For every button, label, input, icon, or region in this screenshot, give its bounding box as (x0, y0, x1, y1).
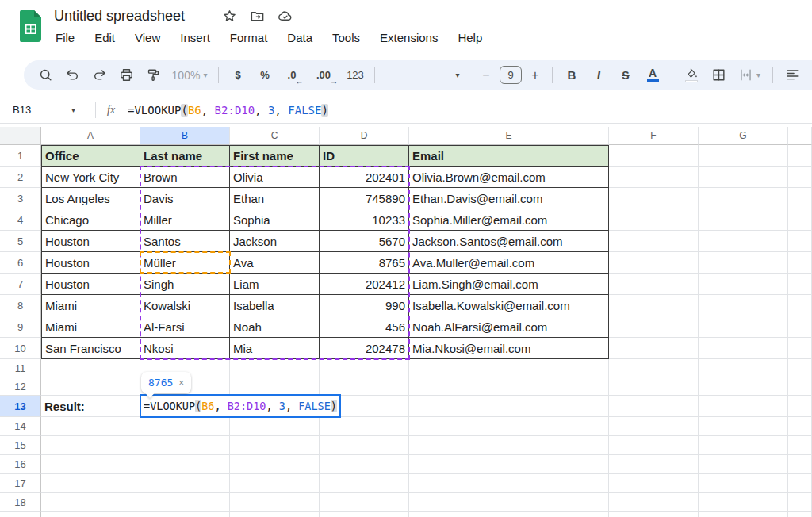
cell-A14[interactable] (41, 417, 140, 436)
cell-B14[interactable] (140, 417, 230, 436)
bold-button[interactable]: B (558, 64, 585, 86)
cell-F14[interactable] (609, 417, 699, 436)
cell-B2[interactable]: Brown (140, 167, 230, 188)
cell-D11[interactable] (320, 359, 409, 377)
row-header-8[interactable]: 8 (0, 295, 41, 316)
cell-C2[interactable]: Olivia (230, 167, 320, 188)
row-header-9[interactable]: 9 (0, 316, 41, 338)
cell-H6[interactable] (788, 252, 812, 274)
cell-D17[interactable] (320, 474, 409, 493)
cell-F9[interactable] (609, 316, 699, 338)
cell-G5[interactable] (699, 231, 788, 252)
cell-D10[interactable]: 202478 (320, 338, 409, 359)
cell-D3[interactable]: 745890 (320, 188, 409, 209)
cell-H17[interactable] (788, 474, 812, 493)
row-header-12[interactable]: 12 (0, 377, 41, 396)
cell-G2[interactable] (699, 167, 788, 188)
cell-E2[interactable]: Olivia.Brown@email.com (409, 167, 609, 188)
column-header-F[interactable]: F (609, 127, 699, 145)
cell-F17[interactable] (609, 474, 699, 493)
cell-H11[interactable] (788, 359, 812, 377)
cell-C10[interactable]: Mia (230, 338, 320, 359)
cell-G10[interactable] (699, 338, 788, 359)
row-header-14[interactable]: 14 (0, 417, 41, 436)
cell-D16[interactable] (320, 455, 409, 474)
cell-A2[interactable]: New York City (41, 167, 140, 188)
cell-B5[interactable]: Santos (140, 231, 230, 252)
cell-G1[interactable] (699, 145, 788, 167)
cell-E16[interactable] (409, 455, 609, 474)
cell-D15[interactable] (320, 436, 409, 455)
cell-C6[interactable]: Ava (230, 252, 320, 274)
cell-C11[interactable] (230, 359, 320, 377)
cell-E4[interactable]: Sophia.Miller@email.com (409, 209, 609, 231)
cell-C1[interactable]: First name (230, 145, 320, 167)
cell-B7[interactable]: Singh (140, 274, 230, 295)
cell-A5[interactable]: Houston (41, 231, 140, 252)
font-size-input[interactable]: 9 (497, 64, 524, 86)
cell-C15[interactable] (230, 436, 320, 455)
fill-color-button[interactable] (678, 64, 705, 86)
cell-D18[interactable] (320, 493, 409, 512)
row-header-16[interactable]: 16 (0, 455, 41, 474)
increase-font-size-button[interactable]: + (524, 64, 546, 86)
cell-G15[interactable] (699, 436, 788, 455)
undo-icon[interactable] (59, 64, 86, 86)
cell-E15[interactable] (409, 436, 609, 455)
cell-D4[interactable]: 10233 (320, 209, 409, 231)
cell-G12[interactable] (699, 377, 788, 396)
cell-E8[interactable]: Isabella.Kowalski@email.com (409, 295, 609, 316)
row-header-4[interactable]: 4 (0, 209, 41, 231)
cell-B3[interactable]: Davis (140, 188, 230, 209)
redo-icon[interactable] (86, 64, 113, 86)
cell-F13[interactable] (609, 396, 699, 417)
document-title[interactable]: Untitled spreadsheet (54, 8, 185, 25)
chip-close-icon[interactable]: × (178, 377, 184, 389)
cell-F18[interactable] (609, 493, 699, 512)
cell-F1[interactable] (609, 145, 699, 167)
cell-C14[interactable] (230, 417, 320, 436)
menu-data[interactable]: Data (285, 30, 314, 45)
cell-C18[interactable] (230, 493, 320, 512)
cell-A7[interactable]: Houston (41, 274, 140, 295)
menu-edit[interactable]: Edit (93, 30, 117, 45)
cell-G11[interactable] (699, 359, 788, 377)
cell-E5[interactable]: Jackson.Santos@email.com (409, 231, 609, 252)
cell-A15[interactable] (41, 436, 140, 455)
cell-E10[interactable]: Mia.Nkosi@email.com (409, 338, 609, 359)
row-header-18[interactable]: 18 (0, 493, 41, 512)
cell-C17[interactable] (230, 474, 320, 493)
cell-G6[interactable] (699, 252, 788, 274)
cell-A3[interactable]: Los Angeles (41, 188, 140, 209)
cell-G13[interactable] (699, 396, 788, 417)
cell-D5[interactable]: 5670 (320, 231, 409, 252)
cell-E3[interactable]: Ethan.Davis@email.com (409, 188, 609, 209)
menu-insert[interactable]: Insert (178, 30, 212, 45)
cell-E6[interactable]: Ava.Muller@email.com (409, 252, 609, 274)
cell-D12[interactable] (320, 377, 409, 396)
menu-tools[interactable]: Tools (331, 30, 362, 45)
cell-D6[interactable]: 8765 (320, 252, 409, 274)
cell-B17[interactable] (140, 474, 230, 493)
more-formats-button[interactable]: 123 (342, 64, 369, 86)
cell-H5[interactable] (788, 231, 812, 252)
cell-E13[interactable] (409, 396, 609, 417)
cell-C3[interactable]: Ethan (230, 188, 320, 209)
column-header-E[interactable]: E (409, 127, 609, 145)
cell-A18[interactable] (41, 493, 140, 512)
name-box[interactable]: B13 (0, 104, 68, 116)
cell-F16[interactable] (609, 455, 699, 474)
cell-E11[interactable] (409, 359, 609, 377)
cell-B19[interactable] (140, 512, 230, 517)
menu-format[interactable]: Format (228, 30, 270, 45)
cell-D2[interactable]: 202401 (320, 167, 409, 188)
row-header-3[interactable]: 3 (0, 188, 41, 209)
cell-A12[interactable] (41, 377, 140, 396)
cell-B1[interactable]: Last name (140, 145, 230, 167)
cell-G16[interactable] (699, 455, 788, 474)
cell-D19[interactable] (320, 512, 409, 517)
row-header-15[interactable]: 15 (0, 436, 41, 455)
cell-G14[interactable] (699, 417, 788, 436)
row-header-13[interactable]: 13 (0, 396, 41, 417)
menu-help[interactable]: Help (456, 30, 484, 45)
